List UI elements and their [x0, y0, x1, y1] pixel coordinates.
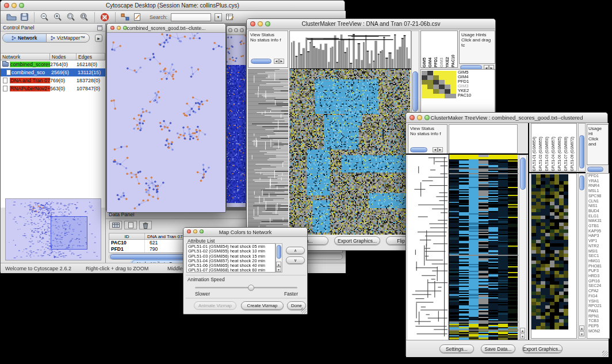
row-dendrogram-canvas[interactable] [248, 69, 288, 235]
scroll-up-icon[interactable]: ▲ [520, 328, 525, 333]
zoom-window-icon[interactable] [19, 3, 24, 8]
minimize-icon[interactable] [417, 115, 422, 120]
gene-label[interactable]: MSI1 [588, 249, 609, 254]
gene-label[interactable]: RNR4 [588, 183, 609, 189]
zoom-fit-icon[interactable] [79, 13, 89, 22]
dialog-titlebar[interactable]: Map Colors to Network [183, 228, 307, 237]
gene-label[interactable]: NIS1 [588, 204, 609, 209]
window-controls[interactable] [228, 28, 244, 32]
slider-thumb[interactable] [248, 285, 254, 291]
tab-overflow-button[interactable]: ▶ [95, 35, 102, 42]
background-network-canvas[interactable] [227, 35, 246, 207]
background-window-titlebar[interactable] [227, 26, 246, 35]
birdseye-overview[interactable] [5, 198, 101, 260]
network-view-canvas[interactable] [107, 33, 225, 212]
scroll-right-icon[interactable]: ▶ [438, 147, 443, 152]
scroll-right-icon[interactable]: ▶ [279, 59, 284, 64]
zoom-in-icon[interactable] [53, 13, 63, 22]
attribute-browser-icon[interactable] [225, 13, 235, 21]
open-folder-icon[interactable] [6, 13, 17, 21]
minimize-icon[interactable] [234, 28, 238, 32]
treeview2-titlebar[interactable]: ClusterMaker TreeView : combined_scores_… [406, 113, 607, 123]
column-label[interactable]: GPL51-01 (GSM854) [532, 137, 538, 171]
column-label[interactable]: GPL51-08 (GSM872) [570, 137, 576, 171]
column-label[interactable]: PFD1 [434, 57, 439, 67]
col-header-edges[interactable]: Edges [76, 53, 105, 60]
gene-label[interactable]: PHO81 [588, 264, 609, 269]
window-controls[interactable] [4, 3, 24, 8]
zoom-out-icon[interactable] [40, 13, 49, 22]
column-label[interactable]: PAC10 [451, 55, 457, 67]
move-down-button[interactable]: ∨ [286, 256, 305, 264]
gene-label[interactable]: CPA2 [588, 289, 609, 294]
scroll-up-icon[interactable]: ▲ [579, 325, 584, 331]
gene-label[interactable]: PEP5 [588, 324, 609, 329]
animation-speed-slider[interactable] [195, 287, 297, 289]
treeview-button[interactable]: Settings... [439, 344, 474, 353]
tab[interactable]: Network [3, 34, 46, 42]
trash-icon[interactable] [139, 221, 152, 229]
resize-grip[interactable] [301, 308, 307, 313]
scroll-down-icon[interactable]: ▼ [276, 267, 281, 272]
labels-vscrollbar[interactable] [578, 123, 586, 171]
scroll-thumb[interactable] [587, 167, 603, 172]
gene-label[interactable]: ELG1 [588, 214, 609, 219]
column-dendrogram-area[interactable] [449, 124, 518, 154]
gene-label[interactable]: SEC1 [588, 254, 609, 259]
search-dropdown-icon[interactable]: ▼ [215, 13, 222, 21]
float-panel-icon[interactable] [97, 25, 102, 30]
treeview-button[interactable]: Export Graphics... [334, 236, 380, 245]
row-dendrogram-canvas[interactable] [408, 155, 447, 340]
column-dendrogram-canvas[interactable] [289, 30, 411, 70]
main-titlebar[interactable]: Cytoscape Desktop (Session Name: collins… [1, 1, 345, 11]
close-icon[interactable] [4, 3, 9, 8]
column-label[interactable]: GPL51-04 (GSM857) [551, 137, 557, 171]
birdseye-viewport-rect[interactable] [51, 216, 87, 250]
scroll-thumb[interactable] [579, 175, 584, 190]
gene-label[interactable]: CLN1 [588, 199, 609, 204]
scroll-left-icon[interactable]: ◀ [274, 59, 279, 64]
network-view-titlebar[interactable]: combined_scores_good.txt--cluste... [107, 24, 225, 33]
scroll-down-icon[interactable]: ▼ [579, 331, 584, 336]
gene-label[interactable]: SPC98 [588, 194, 609, 199]
column-label[interactable]: GPL51-06 (GSM865) [557, 137, 564, 171]
row-label[interactable]: PAC10 [458, 93, 471, 98]
annotation-icon[interactable] [133, 13, 141, 21]
scroll-thumb[interactable] [251, 59, 271, 64]
window-controls[interactable] [110, 26, 127, 30]
zoom-window-icon[interactable] [424, 115, 430, 120]
gene-label[interactable]: PAN1 [588, 309, 609, 314]
resize-grip[interactable] [602, 351, 608, 357]
gene-label[interactable]: VIP1 [588, 239, 609, 244]
column-label[interactable]: GPL51-02 (GSM855) [538, 137, 545, 171]
close-icon[interactable] [110, 26, 114, 30]
tab[interactable]: VizMapper™ [46, 34, 90, 42]
gene-label[interactable]: NTR2 [588, 244, 609, 249]
scroll-thumb[interactable] [520, 158, 526, 190]
gene-label[interactable]: TCB3 [588, 319, 609, 324]
id-column-header[interactable]: ID [109, 233, 145, 239]
gene-label[interactable]: PUF3 [588, 269, 609, 274]
zoom-window-icon[interactable] [123, 26, 127, 30]
network-row[interactable]: RNAPuberNov2+ 563(0) 107847(0) [1, 85, 105, 93]
treeview-button[interactable]: Export Graphics... [522, 344, 563, 353]
gene-label[interactable]: RPO21 [588, 304, 609, 309]
network-row[interactable]: combined_sco 2569(6) 13112(15) [1, 68, 105, 76]
gene-label[interactable]: YSH1 [588, 299, 609, 304]
zoom-selected-icon[interactable] [66, 13, 76, 22]
zoom-heatmap-canvas[interactable] [531, 174, 568, 329]
create-vizmap-button[interactable]: Create Vizmap [241, 301, 284, 310]
close-icon[interactable] [187, 229, 191, 233]
table-select-icon[interactable] [109, 221, 122, 229]
help-lifebuoy-icon[interactable] [100, 13, 110, 22]
gene-label[interactable]: GTB1 [588, 224, 609, 229]
close-icon[interactable] [250, 21, 255, 26]
column-label[interactable]: GPL51-07 (GSM868) [564, 137, 570, 171]
scroll-left-icon[interactable]: ◀ [433, 147, 438, 152]
gene-label[interactable]: PFD1 [588, 174, 609, 179]
gene-label[interactable]: HRD3 [588, 274, 609, 279]
gene-label[interactable]: RPN1 [588, 314, 609, 319]
zoom-window-icon[interactable] [200, 229, 204, 233]
gene-label[interactable]: SEC24 [588, 283, 609, 289]
network-row[interactable]: DNA and Tran 07 769(0) 183728(0) [1, 76, 105, 85]
